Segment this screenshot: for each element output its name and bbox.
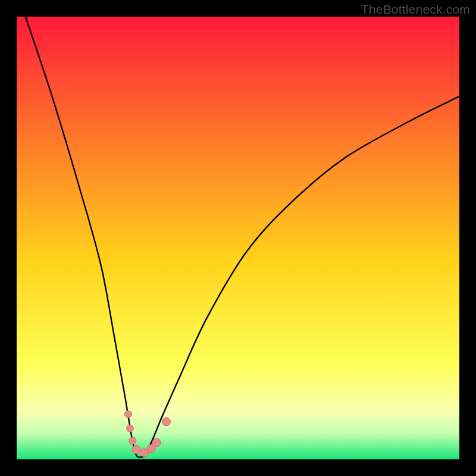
data-dot: [152, 439, 161, 447]
data-dot: [124, 411, 131, 418]
data-dot: [132, 446, 140, 454]
chart-frame: [0, 0, 476, 476]
bottleneck-curve: [26, 17, 459, 458]
data-dot: [126, 425, 133, 432]
watermark-text: TheBottleneck.com: [361, 2, 470, 17]
data-dot: [129, 437, 136, 444]
plot-area: [17, 17, 459, 459]
curve-layer: [17, 17, 459, 459]
data-dot: [162, 418, 170, 426]
